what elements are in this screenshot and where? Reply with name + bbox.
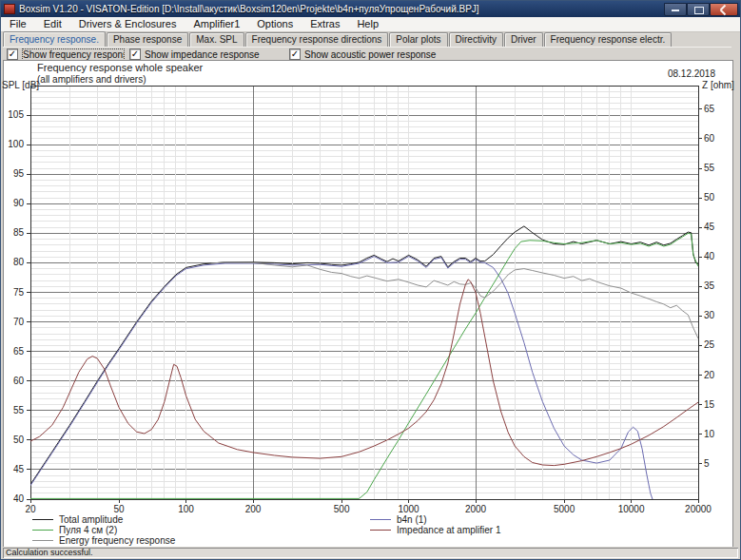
menu-amplifier1[interactable]: Amplifier1	[185, 17, 248, 31]
legend-item-impedance: Impedance at amplifier 1	[370, 525, 501, 535]
legend-right-column: b4n (1) Impedance at amplifier 1	[370, 514, 501, 535]
options-strip: ✓ Show frequency response of single driv…	[3, 47, 731, 61]
tab-phase-response[interactable]: Phase response	[107, 32, 188, 47]
status-bar: Calculation successful.	[1, 547, 740, 559]
maximize-button[interactable]	[687, 3, 710, 16]
legend-item-b4n: b4n (1)	[370, 514, 501, 525]
menu-extras[interactable]: Extras	[302, 17, 348, 31]
menu-file[interactable]: File	[1, 17, 35, 31]
legend-label: Impedance at amplifier 1	[397, 525, 501, 535]
legend-item-total-amplitude: Total amplitude	[32, 514, 175, 525]
chart-date: 08.12.2018	[668, 68, 715, 79]
minimize-button[interactable]	[664, 3, 687, 16]
checkbox-checked-icon[interactable]: ✓	[7, 48, 18, 60]
menu-options[interactable]: Options	[248, 17, 302, 31]
legend-label: Total amplitude	[59, 514, 123, 525]
legend-item-energy-response: Energy frequency response	[32, 535, 175, 546]
tab-directivity[interactable]: Directivity	[449, 32, 503, 47]
tab-driver[interactable]: Driver	[504, 32, 543, 47]
legend-label: Energy frequency response	[59, 535, 175, 546]
legend-label: Пуля 4 см (2)	[59, 525, 117, 535]
legend-left-column: Total amplitude Пуля 4 см (2) Energy fre…	[32, 514, 175, 546]
app-icon	[4, 4, 15, 14]
checkbox-show-acoustic-power[interactable]: ✓ Show acoustic power response	[289, 48, 436, 61]
legend-label: b4n (1)	[397, 514, 427, 525]
checkbox-checked-icon[interactable]: ✓	[129, 48, 141, 60]
tab-max-spl[interactable]: Max. SPL	[189, 32, 244, 47]
chart-panel	[3, 60, 733, 549]
chart-subtitle: (all amplifiers and drivers)	[37, 74, 146, 85]
minimize-icon	[672, 10, 679, 11]
title-bar: Boxsim V1.20 - VISATON-Edition [D:\Insta…	[1, 1, 740, 17]
legend-line-swatch	[370, 519, 391, 520]
close-button[interactable]	[710, 3, 738, 16]
tab-frequency-response-directions[interactable]: Frequency response directions	[245, 32, 389, 47]
tab-bar: Frequency response. Phase response Max. …	[1, 32, 740, 47]
tab-polar-plots[interactable]: Polar plots	[389, 32, 447, 47]
tab-frequency-response[interactable]: Frequency response.	[3, 31, 106, 47]
menu-help[interactable]: Help	[348, 17, 387, 31]
legend-line-swatch	[32, 519, 53, 520]
checkbox-label[interactable]: Show frequency response of single driver…	[22, 48, 125, 61]
status-message: Calculation successful.	[3, 548, 738, 558]
boxsim-window: Boxsim V1.20 - VISATON-Edition [D:\Insta…	[0, 0, 741, 560]
checkbox-label[interactable]: Show acoustic power response	[304, 49, 436, 60]
legend-line-swatch	[32, 530, 53, 531]
legend-item-pulya: Пуля 4 см (2)	[32, 525, 175, 535]
menu-edit[interactable]: Edit	[35, 17, 70, 31]
menu-bar: File Edit Drivers & Enclosures Amplifier…	[1, 17, 740, 32]
maximize-icon	[694, 7, 704, 14]
checkbox-checked-icon[interactable]: ✓	[289, 48, 301, 60]
window-title: Boxsim V1.20 - VISATON-Edition [D:\Insta…	[19, 4, 664, 14]
checkbox-label[interactable]: Show impedance response	[145, 49, 260, 60]
legend-line-swatch	[370, 530, 391, 531]
left-axis-unit-label: SPL [dB]	[2, 80, 39, 90]
menu-drivers-enclosures[interactable]: Drivers & Enclosures	[70, 17, 185, 31]
tab-frequency-response-electr[interactable]: Frequency response electr.	[544, 32, 673, 47]
chart-title: Frequency response whole speaker	[37, 62, 203, 73]
checkbox-show-single-drivers[interactable]: ✓ Show frequency response of single driv…	[7, 48, 125, 61]
legend-line-swatch	[32, 540, 53, 541]
right-axis-unit-label: Z [ohm]	[702, 80, 734, 90]
checkbox-show-impedance[interactable]: ✓ Show impedance response	[129, 48, 260, 61]
